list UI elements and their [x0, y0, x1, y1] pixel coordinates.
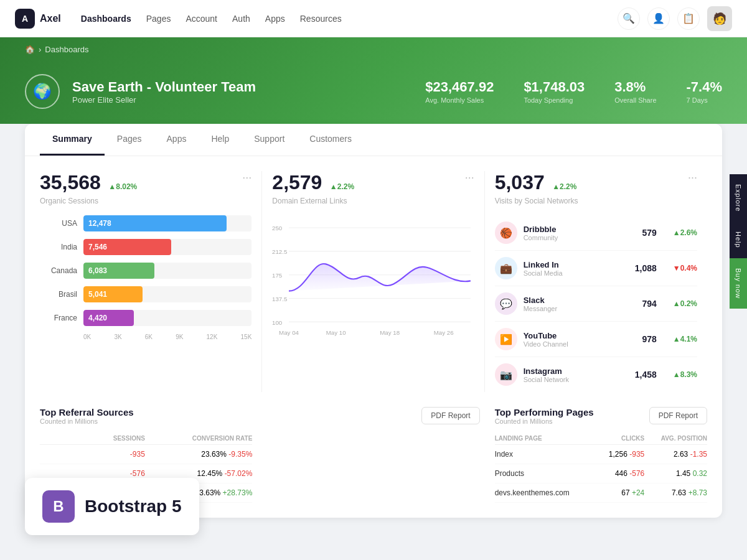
referral-source — [40, 445, 88, 464]
settings-button[interactable]: 📋 — [677, 7, 700, 30]
tab-apps[interactable]: Apps — [154, 124, 199, 156]
hero-stat: $1,748.03Today Spending — [524, 79, 585, 104]
social-icon: 🏀 — [495, 222, 517, 244]
metric3-menu[interactable]: ··· — [688, 171, 697, 184]
nav-link-dashboards[interactable]: Dashboards — [81, 14, 131, 24]
svg-text:100: 100 — [272, 319, 283, 326]
dashboard-grid: 35,568 ▲8.02% ··· Organic Sessions USA 1… — [25, 156, 722, 407]
notification-button[interactable]: 👤 — [647, 7, 670, 30]
page-clicks: 67 +24 — [596, 483, 644, 503]
social-info: Instagram Social Network — [524, 366, 629, 383]
referral-col-sessions: SESSIONS — [88, 432, 144, 445]
page-name: devs.keenthemes.com — [495, 483, 596, 503]
axis-label: 15K — [241, 334, 252, 340]
referral-subtitle: Counted in Millions — [40, 418, 252, 425]
stat-value: $23,467.92 — [425, 79, 494, 95]
bar-fill: 6,083 — [83, 263, 154, 279]
social-name: Dribbble — [524, 225, 636, 234]
hero-stat: -7.4%7 Days — [687, 79, 722, 104]
stat-value: -7.4% — [687, 79, 722, 95]
social-name: Linked In — [524, 260, 629, 269]
axis-label: 3K — [114, 334, 121, 340]
top-pages-subtitle: Counted in Millions — [495, 418, 594, 425]
social-badge: ▲8.3% — [673, 370, 697, 379]
pages-col-clicks: CLICKS — [596, 432, 644, 445]
social-icon: 💬 — [495, 292, 517, 315]
referral-sessions: -935 — [88, 445, 144, 464]
page-name: Products — [495, 464, 596, 483]
nav-links: DashboardsPagesAccountAuthAppsResources — [81, 14, 618, 24]
top-pages-title: Top Performing Pages — [495, 407, 594, 418]
bar-axis: 0K3K6K9K12K15K — [40, 334, 251, 340]
brand-name: Axel — [40, 13, 61, 24]
social-badge: ▼0.4% — [673, 264, 697, 273]
social-count: 794 — [642, 299, 656, 309]
social-item: 🏀 Dribbble Community 579 ▲2.6% — [495, 215, 697, 251]
hero-stats: $23,467.92Avg. Monthly Sales$1,748.03Tod… — [425, 79, 722, 104]
pdf-report-button-2[interactable]: PDF Report — [649, 407, 707, 424]
social-count: 579 — [642, 228, 656, 238]
pdf-report-button-1[interactable]: PDF Report — [421, 407, 479, 424]
tab-pages[interactable]: Pages — [105, 124, 154, 156]
bar-fill: 4,420 — [83, 310, 134, 326]
tab-support[interactable]: Support — [242, 124, 297, 156]
page-avg-pos: 7.63 +8.73 — [644, 483, 707, 503]
nav-link-pages[interactable]: Pages — [146, 14, 171, 24]
page-avg-pos: 2.63 -1.35 — [644, 445, 707, 464]
metric1-menu[interactable]: ··· — [242, 171, 251, 184]
stat-label: Overall Share — [614, 96, 656, 104]
nav-link-account[interactable]: Account — [186, 14, 217, 24]
social-badge: ▲4.1% — [673, 335, 697, 343]
tab-help[interactable]: Help — [199, 124, 242, 156]
line-chart: 250 212.5 175 137.5 100 — [272, 215, 474, 342]
social-type: Community — [524, 234, 636, 241]
top-pages-card: Top Performing Pages Counted in Millions… — [495, 407, 707, 503]
external-links-value: 2,579 — [272, 171, 322, 194]
main-card: SummaryPagesAppsHelpSupportCustomers 35,… — [25, 124, 722, 518]
referral-col-source — [40, 432, 88, 445]
tab-customers[interactable]: Customers — [297, 124, 364, 156]
axis-label: 12K — [207, 334, 218, 340]
search-button[interactable]: 🔍 — [618, 7, 640, 30]
nav-link-auth[interactable]: Auth — [232, 14, 250, 24]
tab-summary[interactable]: Summary — [40, 124, 105, 156]
organic-sessions-col: 35,568 ▲8.02% ··· Organic Sessions USA 1… — [40, 171, 262, 392]
bar-row: USA 12,478 — [40, 215, 251, 231]
right-panel-explore[interactable]: Explore — [730, 174, 747, 222]
metric2-menu[interactable]: ··· — [465, 171, 474, 184]
line-chart-svg: 250 212.5 175 137.5 100 — [272, 215, 474, 340]
social-info: Dribbble Community — [524, 225, 636, 241]
external-links-col: 2,579 ▲2.2% ··· Domain External Links 25… — [262, 171, 484, 392]
stat-label: 7 Days — [687, 96, 722, 104]
home-icon[interactable]: 🏠 — [25, 45, 35, 54]
social-icon: ▶️ — [495, 328, 517, 350]
table-row: devs.keenthemes.com 67 +24 7.63 +8.73 — [495, 483, 707, 503]
social-networks-col: 5,037 ▲2.2% ··· Visits by Social Network… — [485, 171, 707, 392]
nav-link-apps[interactable]: Apps — [265, 14, 285, 24]
social-count: 1,088 — [635, 263, 657, 273]
metric-header-3: 5,037 ▲2.2% ··· — [495, 171, 697, 194]
brand[interactable]: A Axel — [15, 9, 61, 29]
bar-fill: 12,478 — [83, 215, 227, 231]
user-avatar[interactable]: 🧑 — [707, 6, 732, 31]
stat-label: Avg. Monthly Sales — [425, 96, 494, 104]
table-row: -935 23.63% -9.35% — [40, 445, 252, 464]
nav-link-resources[interactable]: Resources — [300, 14, 342, 24]
social-count: 978 — [642, 334, 656, 344]
bar-track: 6,083 — [83, 263, 251, 279]
bar-country: USA — [40, 219, 77, 228]
stat-label: Today Spending — [524, 96, 585, 104]
social-info: Linked In Social Media — [524, 260, 629, 277]
referral-col-conversion: CONVERSION RATE — [145, 432, 252, 445]
page-avg-pos: 1.45 0.32 — [644, 464, 707, 483]
right-panel-buy-now[interactable]: Buy now — [730, 258, 747, 309]
svg-text:May 18: May 18 — [380, 329, 400, 336]
svg-text:May 10: May 10 — [326, 329, 346, 336]
social-badge: ▲2.6% — [673, 228, 697, 237]
right-panel-help[interactable]: Help — [730, 222, 747, 258]
organic-sessions-label: Organic Sessions — [40, 197, 251, 205]
bar-country: France — [40, 314, 77, 322]
social-visits-value: 5,037 — [495, 171, 545, 194]
social-info: YouTube Video Channel — [524, 331, 636, 348]
breadcrumb: 🏠 › Dashboards — [25, 37, 722, 62]
